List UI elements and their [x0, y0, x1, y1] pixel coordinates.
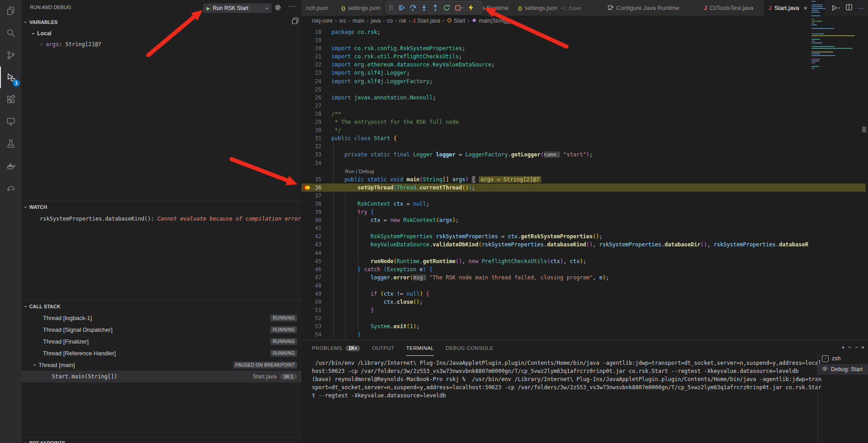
line-number[interactable]: 35: [302, 175, 331, 184]
breadcrumb-item-main[interactable]: main: [353, 18, 364, 24]
code-line-28[interactable]: 28/**: [302, 110, 809, 118]
step-out-icon[interactable]: [432, 4, 439, 11]
terminal-output[interactable]: /usr/bin/env /Library/Internet\ Plug-Ins…: [312, 359, 811, 400]
code-line-36[interactable]: 36 setUpThread(Thread.currentThread());: [302, 184, 866, 192]
start-debug-icon[interactable]: ▶: [207, 6, 210, 11]
line-number[interactable]: 26: [302, 94, 331, 102]
watch-expression[interactable]: rskSystemProperties.databaseKind(): Cann…: [21, 213, 320, 224]
line-number[interactable]: 25: [302, 85, 331, 94]
line-number[interactable]: 47: [302, 273, 331, 282]
code-line-31[interactable]: 31public class Start {: [302, 134, 809, 142]
line-number[interactable]: 40: [302, 216, 331, 224]
line-number[interactable]: 31: [302, 134, 331, 142]
run-debug-icon[interactable]: 1: [0, 66, 21, 88]
code-line-24[interactable]: 24import org.slf4j.LoggerFactory;: [302, 77, 809, 85]
code-line-27[interactable]: 27: [302, 102, 809, 110]
testing-icon[interactable]: [0, 133, 21, 155]
step-over-icon[interactable]: [409, 4, 416, 11]
variables-section-header[interactable]: › VARIABLES: [21, 17, 302, 27]
line-number[interactable]: 53: [302, 322, 331, 330]
line-number[interactable]: 27: [302, 102, 331, 110]
breadcrumb-item-co[interactable]: co: [387, 18, 393, 24]
breadcrumb-item-java[interactable]: java: [371, 18, 381, 24]
code-line-52[interactable]: 52: [302, 314, 809, 322]
code-line-25[interactable]: 25: [302, 85, 809, 94]
search-icon[interactable]: [0, 22, 21, 44]
line-number[interactable]: 24: [302, 77, 331, 85]
line-number[interactable]: 34: [302, 159, 331, 167]
stop-icon[interactable]: ›: [454, 5, 463, 11]
line-number[interactable]: 21: [302, 52, 331, 61]
line-number[interactable]: 30: [302, 126, 331, 134]
code-line-40[interactable]: 40 ctx = new RskContext(args);: [302, 216, 809, 224]
code-line-46[interactable]: 46 } catch (Exception e) {: [302, 265, 809, 273]
thread-row[interactable]: Thread [Signal Dispatcher]RUNNING: [21, 324, 302, 335]
line-number[interactable]: 23: [302, 69, 331, 77]
step-into-icon[interactable]: [420, 4, 428, 11]
line-number[interactable]: 28: [302, 110, 331, 118]
line-number[interactable]: 45: [302, 257, 331, 265]
code-line-21[interactable]: 21import co.rsk.util.PreflightChecksUtil…: [302, 52, 809, 61]
breadcrumb-item-src[interactable]: src: [339, 18, 346, 24]
line-number[interactable]: 50: [302, 298, 331, 306]
line-number[interactable]: 52: [302, 314, 331, 322]
thread-row[interactable]: › Thread [main]PAUSED ON BREAKPOINT: [21, 359, 302, 371]
watch-section-header[interactable]: › WATCH: [21, 202, 302, 212]
code-line-43[interactable]: 43 KeyValueDataSource.validateDbKind(rsk…: [302, 240, 809, 249]
line-number[interactable]: 22: [302, 61, 331, 69]
code-line-23[interactable]: 23import org.slf4j.Logger;: [302, 69, 809, 77]
panel-tab-output[interactable]: OUTPUT: [372, 340, 395, 356]
code-line-20[interactable]: 20import co.rsk.config.RskSystemProperti…: [302, 44, 809, 52]
code-line-48[interactable]: 48: [302, 282, 809, 290]
explorer-icon[interactable]: [0, 0, 21, 22]
code-line-26[interactable]: 26import javax.annotation.Nonnull;: [302, 94, 809, 102]
panel-tab-terminal[interactable]: TERMINAL: [406, 340, 434, 356]
line-number[interactable]: 18: [302, 28, 331, 36]
tab-clitoolstest-java[interactable]: JCliToolsTest.java: [699, 0, 764, 16]
maximize-panel-icon[interactable]: ›: [853, 346, 859, 348]
terminal-session-debug-start[interactable]: Debug: Start: [818, 364, 868, 375]
code-line-42[interactable]: 42 RskSystemProperties rskSystemProperti…: [302, 232, 809, 240]
breakpoint-paused-icon[interactable]: [303, 184, 311, 192]
line-number[interactable]: 32: [302, 142, 331, 151]
line-number[interactable]: 51: [302, 306, 331, 314]
breadcrumb-item-start[interactable]: Start: [447, 18, 465, 24]
line-number[interactable]: 19: [302, 36, 331, 44]
line-number[interactable]: 39: [302, 208, 331, 216]
line-number[interactable]: 42: [302, 232, 331, 240]
line-number[interactable]: 37: [302, 192, 331, 200]
code-line-33[interactable]: 33 private static final Logger logger = …: [302, 151, 809, 159]
panel-tab-debug-console[interactable]: DEBUG CONSOLE: [446, 340, 494, 356]
variable-args[interactable]: › args: String[2]@7: [21, 39, 320, 50]
codelens-row[interactable]: Run | Debug: [302, 167, 809, 175]
line-number[interactable]: 20: [302, 44, 331, 52]
tab-nch-json[interactable]: nch.json: [302, 0, 337, 16]
code-line-22[interactable]: 22import org.ethereum.datasource.KeyValu…: [302, 61, 809, 69]
code-line-44[interactable]: 44: [302, 249, 809, 257]
line-number[interactable]: 38: [302, 200, 331, 208]
line-number[interactable]: 49: [302, 290, 331, 298]
line-number[interactable]: 33: [302, 151, 331, 159]
call-stack-section-header[interactable]: › CALL STACK: [21, 302, 302, 311]
code-line-47[interactable]: 47 logger.error(msg: "The RSK node main …: [302, 273, 809, 282]
tab-configure-java-runtime[interactable]: Configure Java Runtime: [603, 0, 699, 16]
thread-row[interactable]: Thread [logback-1]RUNNING: [21, 312, 302, 324]
restart-icon[interactable]: [443, 4, 450, 11]
new-terminal-icon[interactable]: +: [841, 344, 845, 351]
line-number[interactable]: 44: [302, 249, 331, 257]
code-line-49[interactable]: 49 if (ctx != null) {: [302, 290, 809, 298]
code-line-35[interactable]: 35 public static void main(String[] args…: [302, 175, 809, 184]
minimap[interactable]: [811, 1, 866, 313]
hot-code-replace-icon[interactable]: [467, 4, 474, 11]
continue-icon[interactable]: [398, 4, 405, 11]
extensions-icon[interactable]: [0, 89, 21, 110]
code-line-34[interactable]: 34: [302, 159, 809, 167]
run-config-dropdown[interactable]: ▶ Run RSK Start ›: [203, 3, 272, 13]
line-number[interactable]: 41: [302, 224, 331, 232]
line-number[interactable]: 43: [302, 240, 331, 249]
code-line-39[interactable]: 39 try {: [302, 208, 809, 216]
code-line-37[interactable]: 37: [302, 192, 809, 200]
gradle-icon[interactable]: [0, 177, 21, 199]
code-editor[interactable]: 18package co.rsk;1920import co.rsk.confi…: [302, 26, 868, 343]
source-control-icon[interactable]: [0, 44, 21, 66]
